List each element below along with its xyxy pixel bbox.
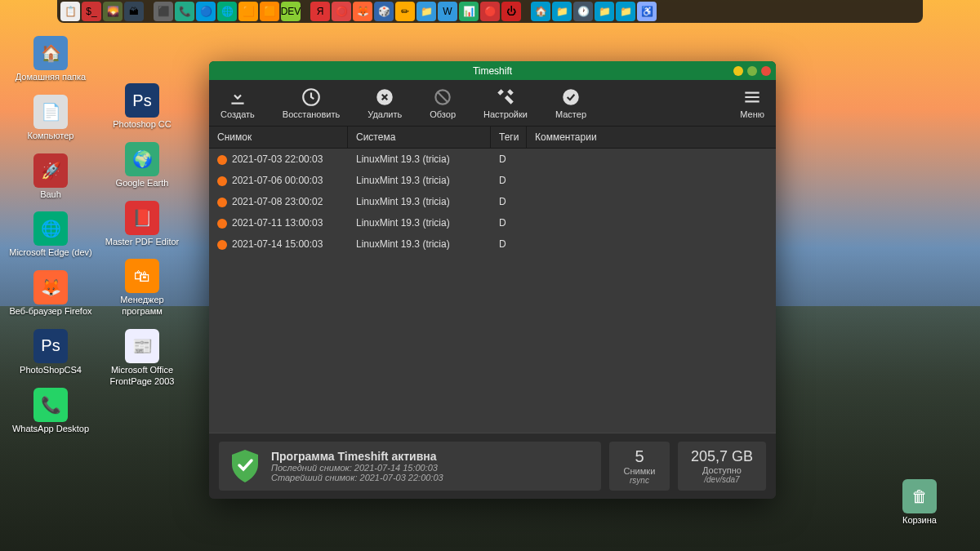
disable-icon [432,87,453,108]
status-bar: Программа Timeshift активна Последний сн… [209,433,776,499]
app-icon: 📄 [33,95,68,129]
snapshot-icon [217,198,227,207]
dock-item[interactable]: 🏠 [531,2,550,21]
desktop-icon-label: Photoshop CC [113,119,172,131]
dock-item[interactable]: 📁 [416,2,436,21]
desktop-icon[interactable]: 📰Microsoft Office FrontPage 2003 [98,324,186,393]
app-icon: 📞 [33,388,68,422]
desktop-icon-label: Master PDF Editor [105,237,179,248]
table-row[interactable]: 2021-07-14 15:00:03LinuxMint 19.3 (trici… [209,233,776,255]
desktop-icon[interactable]: 📕Master PDF Editor [98,196,186,253]
table-row[interactable]: 2021-07-11 13:00:03LinuxMint 19.3 (trici… [209,212,776,233]
dock-item[interactable]: ⭕ [332,2,351,21]
window-title: Timeshift [473,65,512,77]
trash[interactable]: 🗑 Корзина [875,474,964,531]
close-button[interactable] [761,66,771,76]
dock-item[interactable]: 🌄 [103,2,122,21]
dock-item[interactable]: 🔵 [196,2,216,21]
table-body[interactable]: 2021-07-03 22:00:03LinuxMint 19.3 (trici… [209,149,776,433]
dock-item[interactable]: W [438,2,457,21]
svg-point-3 [563,89,579,105]
dock-item[interactable]: 🎲 [374,2,394,21]
desktop-icon-label: Microsoft Edge (dev) [9,247,91,259]
desktop-icon[interactable]: 🦊Веб-браузер Firefox [7,265,95,322]
dock-item[interactable]: ⬛ [154,2,173,21]
check-circle-icon [560,87,581,108]
app-icon: 📰 [125,329,159,363]
desktop-icon[interactable]: PsPhotoshop CC [98,78,186,136]
col-snapshot[interactable]: Снимок [209,127,348,148]
desktop-icon-label: Google Earth [116,178,169,189]
desktop-icon[interactable]: 📞WhatsApp Desktop [7,383,95,440]
dock-item[interactable]: 🔴 [480,2,500,21]
wizard-button[interactable]: Мастер [552,85,590,121]
desktop-icon-label: Менеджер программ [100,295,185,318]
create-button[interactable]: Создать [217,85,258,121]
dock-item[interactable]: 🌐 [217,2,237,21]
desktop-icon[interactable]: PsPhotoShopCS4 [7,324,95,381]
dock-item[interactable]: 📊 [459,2,479,21]
desktop-icon-label: PhotoShopCS4 [20,365,82,376]
dock-item[interactable]: 📁 [595,2,614,21]
snapshot-icon [217,155,227,165]
maximize-button[interactable] [747,66,757,76]
dock-item[interactable]: Я [310,2,330,21]
desktop-icon[interactable]: 🛍Менеджер программ [98,254,186,322]
desktop-icon-label: Домашняя папка [16,72,86,83]
desktop-icon-label: WhatsApp Desktop [12,424,89,435]
dock-item[interactable]: ✏ [395,2,415,21]
snapshot-table: Снимок Система Теги Комментарии 2021-07-… [209,127,776,433]
download-icon [227,87,248,108]
desktop-icon-label: Microsoft Office FrontPage 2003 [100,365,185,388]
dock-item[interactable]: ♿ [637,2,657,21]
col-comments[interactable]: Комментарии [527,127,776,148]
dock-item[interactable]: 📞 [175,2,194,21]
shield-check-icon [229,448,261,484]
table-header: Снимок Система Теги Комментарии [209,127,776,149]
dock-item[interactable]: 📁 [552,2,572,21]
desktop-icons: 🏠Домашняя папка📄Компьютер🚀Bauh🌐Microsoft… [7,31,189,441]
settings-button[interactable]: Настройки [480,85,531,121]
dock-item[interactable]: 🟧 [260,2,279,21]
table-row[interactable]: 2021-07-08 23:00:02LinuxMint 19.3 (trici… [209,191,776,212]
timeshift-window: Timeshift Создать Восстановить Удалить О… [209,61,776,499]
dock-item[interactable]: 🕐 [573,2,593,21]
dock-item[interactable]: 🦊 [353,2,372,21]
desktop-icon[interactable]: 🌍Google Earth [98,137,186,194]
table-row[interactable]: 2021-07-06 00:00:03LinuxMint 19.3 (trici… [209,170,776,191]
snapshot-icon [217,219,227,229]
col-system[interactable]: Система [348,127,491,148]
hamburger-icon [742,87,763,108]
desktop-icon[interactable]: 🚀Bauh [7,149,95,206]
app-icon: Ps [33,329,68,363]
desktop-icon[interactable]: 🏠Домашняя папка [7,31,95,88]
dock-item[interactable]: 🟧 [238,2,258,21]
snapshot-icon [217,240,227,250]
titlebar[interactable]: Timeshift [209,61,776,80]
trash-label: Корзина [902,515,937,527]
desktop-icon[interactable]: 📄Компьютер [7,90,95,147]
status-main: Программа Timeshift активна Последний сн… [219,442,601,491]
dock: 📋$_🌄🏔⬛📞🔵🌐🟧🟧DEVЯ⭕🦊🎲✏📁W📊🔴⏻🏠📁🕐📁📁♿ [57,0,923,23]
dock-item[interactable]: 📁 [616,2,635,21]
desktop-icon-label: Bauh [40,189,61,201]
table-row[interactable]: 2021-07-03 22:00:03LinuxMint 19.3 (trici… [209,149,776,170]
dock-item[interactable]: $_ [82,2,101,21]
clock-icon [301,87,322,108]
menu-button[interactable]: Меню [737,85,768,121]
minimize-button[interactable] [733,66,743,76]
status-last: Последний снимок: 2021-07-14 15:00:03 [271,463,443,473]
dock-item[interactable]: ⏻ [501,2,521,21]
x-circle-icon [374,87,395,108]
dock-item[interactable]: 📋 [60,2,80,21]
app-icon: 🦊 [33,270,68,304]
browse-button[interactable]: Обзор [426,85,459,121]
col-tags[interactable]: Теги [491,127,527,148]
restore-button[interactable]: Восстановить [279,85,343,121]
delete-button[interactable]: Удалить [364,85,405,121]
dock-item[interactable]: DEV [281,2,301,21]
dock-item[interactable]: 🏔 [124,2,144,21]
desktop-icon[interactable]: 🌐Microsoft Edge (dev) [7,207,95,264]
app-icon: Ps [125,83,159,118]
app-icon: 🌐 [33,211,68,246]
